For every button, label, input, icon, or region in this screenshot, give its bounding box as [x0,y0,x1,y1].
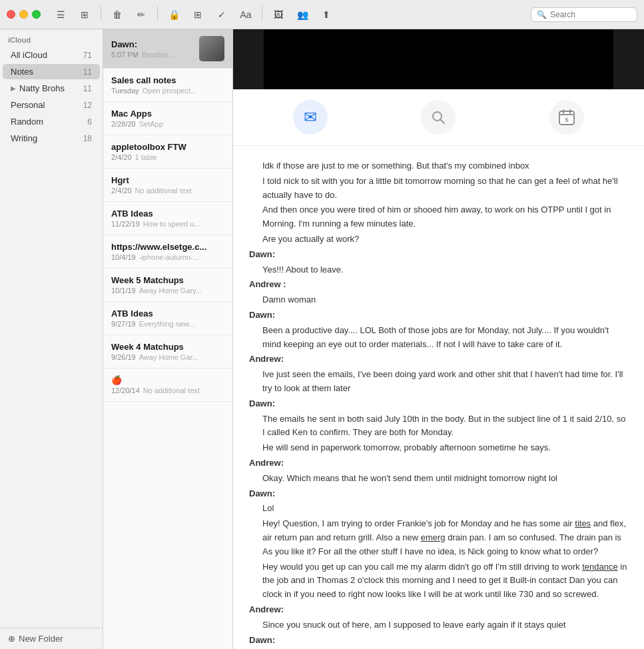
note-title: appletoolbox FTW [111,142,224,152]
speaker-dawn: Dawn: [249,248,628,262]
traffic-lights [7,10,41,19]
note-meta: 9/27/19 Everything new... [111,320,224,328]
note-date: 2/28/20 [111,120,136,128]
message-text: Hey! Question, I am trying to order Fran… [249,517,628,558]
list-item[interactable]: ATB Ideas 9/27/19 Everything new... [103,302,232,335]
share-button[interactable]: ⬆ [316,6,337,23]
sidebar-item-left: Personal [11,100,45,110]
sidebar-item-label: Natty Brohs [19,83,65,93]
toolbar-separator [101,6,101,21]
calendar-icon-button[interactable]: 5 [549,100,584,135]
list-item[interactable]: 🍎 12/20/14 No additional text [103,368,232,402]
plus-icon: ⊕ [8,634,15,644]
note-preview: 1 table [135,153,157,161]
speaker-dawn-2: Dawn: [249,309,628,323]
media-button[interactable]: 🖼 [268,6,289,23]
note-preview: No additional text [143,386,200,394]
note-meta: Tuesday Open prospect... [111,87,224,95]
speaker-andrew-3: Andrew: [249,456,628,470]
note-title: Dawn: [111,39,194,49]
mail-icon-button[interactable]: ✉ [293,100,328,135]
search-bar[interactable]: 🔍 [531,7,637,22]
search-icon-button[interactable] [421,100,456,135]
lock-button[interactable]: 🔒 [163,6,184,23]
note-preview: Away Home Gar... [139,353,198,361]
note-title: Week 4 Matchups [111,342,224,352]
search-icon: 🔍 [537,10,547,19]
note-date: 9/27/19 [111,320,136,328]
list-item[interactable]: Dawn: 5:07 PM Besides... [103,29,232,69]
note-title: ATB Ideas [111,209,224,219]
format-button[interactable]: Aa [235,6,256,23]
sidebar-item-personal[interactable]: Personal 12 [3,97,100,113]
sidebar: iCloud All iCloud 71 Notes 11 ▶ Natty Br… [0,29,103,649]
sidebar-item-left: Writing [11,133,37,143]
sidebar-toggle-button[interactable]: ☰ [50,6,71,23]
app-body: iCloud All iCloud 71 Notes 11 ▶ Natty Br… [0,29,644,649]
note-date: 10/1/19 [111,287,136,295]
note-title: 🍎 [111,375,224,385]
note-header-image-inner [264,29,613,89]
title-bar: ☰ ⊞ 🗑 ✏ 🔒 ⊞ ✓ Aa 🖼 👥 ⬆ 🔍 [0,0,644,29]
note-preview: Everything new... [139,320,195,328]
speaker-andrew-4: Andrew: [249,603,628,617]
message-text: Are you actually at work? [249,233,628,247]
list-item[interactable]: Sales call notes Tuesday Open prospect..… [103,69,232,102]
list-item[interactable]: ATB Ideas 11/22/19 How to speed u... [103,202,232,235]
sidebar-item-notes[interactable]: Notes 11 [3,64,100,79]
table-button[interactable]: ⊞ [187,6,208,23]
new-folder-button[interactable]: ⊕ New Folder [0,628,103,649]
sidebar-section-icloud: iCloud [0,29,103,47]
toolbar-separator-3 [262,6,262,21]
fullscreen-button[interactable] [32,10,41,19]
new-note-button[interactable]: ✏ [131,6,152,23]
message-text: He will send in paperwork tomorrow, prob… [249,441,628,455]
note-date: 2/4/20 [111,187,132,195]
collab-button[interactable]: 👥 [292,6,313,23]
sidebar-item-left: Notes [11,67,33,77]
note-title: https://www.elsetge.c... [111,242,224,252]
note-title: Mac Apps [111,109,224,119]
note-date: 9/26/19 [111,353,136,361]
note-preview: -iphone-autumn-... [139,253,199,261]
chevron-right-icon: ▶ [11,85,16,92]
toolbar-icons: ☰ ⊞ 🗑 ✏ 🔒 ⊞ ✓ Aa 🖼 👥 ⬆ [50,6,337,23]
speaker-andrew-2: Andrew: [249,352,628,366]
sidebar-item-all-icloud[interactable]: All iCloud 71 [3,47,100,63]
sidebar-item-writing[interactable]: Writing 18 [3,131,100,146]
trash-button[interactable]: 🗑 [107,6,128,23]
grid-view-button[interactable]: ⊞ [74,6,95,23]
checklist-button[interactable]: ✓ [211,6,232,23]
toolbar-separator-2 [157,6,158,21]
sidebar-item-left: Random [11,117,43,127]
sidebar-item-count: 11 [83,67,92,77]
note-content: Idk if those are just to me or something… [233,157,644,649]
note-list: Dawn: 5:07 PM Besides... Sales call note… [103,29,233,649]
list-item[interactable]: https://www.elsetge.c... 10/4/19 -iphone… [103,235,232,269]
sidebar-item-random[interactable]: Random 6 [3,114,100,129]
minimize-button[interactable] [19,10,28,19]
note-date: 11/22/19 [111,220,140,228]
speaker-dawn-3: Dawn: [249,397,628,411]
close-button[interactable] [7,10,15,19]
note-title: Week 5 Matchups [111,275,224,285]
note-title: Hgrt [111,175,224,185]
message-text: And then once you were tired of him or s… [249,203,628,231]
list-item[interactable]: Week 4 Matchups 9/26/19 Away Home Gar... [103,335,232,368]
list-item[interactable]: Hgrt 2/4/20 No additional text [103,169,232,202]
list-item[interactable]: appletoolbox FTW 2/4/20 1 table [103,135,232,169]
sidebar-item-label: Writing [11,133,37,143]
note-meta: 2/4/20 1 table [111,153,224,161]
note-preview: How to speed u... [143,220,200,228]
message-text: Okay. Which means that he won't send the… [249,472,628,486]
sidebar-item-natty-brohs[interactable]: ▶ Natty Brohs 11 [3,81,100,96]
search-input[interactable] [550,10,630,19]
list-item[interactable]: Mac Apps 2/28/20 SetApp [103,102,232,135]
note-meta: 10/1/19 Away Home Gary... [111,287,224,295]
list-item[interactable]: Week 5 Matchups 10/1/19 Away Home Gary..… [103,269,232,302]
message-text: Yes!!! About to leave. [249,263,628,277]
avatar [199,36,224,61]
sidebar-item-label: Random [11,117,43,127]
message-text: I told nick to sit with you for a little… [249,175,628,203]
note-meta: 9/26/19 Away Home Gar... [111,353,224,361]
